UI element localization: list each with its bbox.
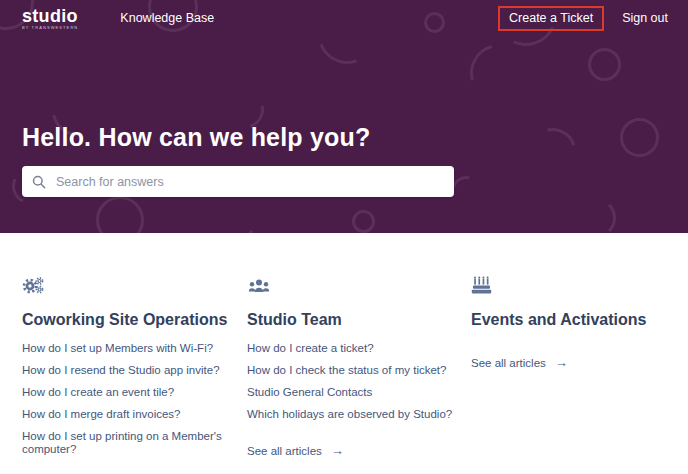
category-columns: Coworking Site Operations How do I set u… <box>0 233 688 474</box>
hero-section: studio BY TRANSWESTERN Knowledge Base Cr… <box>0 0 688 233</box>
hero-title: Hello. How can we help you? <box>22 123 666 152</box>
create-a-ticket-button[interactable]: Create a Ticket <box>498 6 604 31</box>
see-all-label: See all articles <box>471 357 546 369</box>
category-title: Coworking Site Operations <box>22 311 229 329</box>
article-link[interactable]: How do I create an event tile? <box>22 386 229 399</box>
see-all-label: See all articles <box>247 445 322 457</box>
people-icon <box>247 276 453 296</box>
logo-wordmark: studio <box>22 7 78 25</box>
arrow-right-icon: → <box>555 356 568 369</box>
article-link[interactable]: How do I merge draft invoices? <box>22 408 229 421</box>
article-link[interactable]: How do I set up printing on a Member's c… <box>22 430 229 456</box>
category-coworking-site-operations: Coworking Site Operations How do I set u… <box>22 276 247 474</box>
article-link[interactable]: Studio General Contacts <box>247 386 453 399</box>
article-link[interactable]: How do I set up Members with Wi-Fi? <box>22 342 229 355</box>
knowledge-base-label: Knowledge Base <box>120 11 214 25</box>
search-input[interactable] <box>54 174 444 190</box>
article-link[interactable]: How do I resend the Studio app invite? <box>22 364 229 377</box>
top-navigation-bar: studio BY TRANSWESTERN Knowledge Base Cr… <box>0 0 688 31</box>
article-list: How do I set up Members with Wi-Fi?How d… <box>22 342 229 456</box>
article-link[interactable]: How do I check the status of my ticket? <box>247 364 453 377</box>
category-title: Events and Activations <box>471 311 670 329</box>
arrow-right-icon: → <box>331 444 344 457</box>
article-list: How do I create a ticket?How do I check … <box>247 342 453 421</box>
category-events-and-activations: Events and Activations See all articles … <box>471 276 688 474</box>
logo-tagline: BY TRANSWESTERN <box>22 26 78 30</box>
article-link[interactable]: Which holidays are observed by Studio? <box>247 408 453 421</box>
search-box[interactable] <box>22 166 454 197</box>
cake-icon <box>471 276 670 296</box>
article-link[interactable]: How do I create a ticket? <box>247 342 453 355</box>
category-title: Studio Team <box>247 311 453 329</box>
gears-icon <box>22 276 229 296</box>
see-all-articles-link[interactable]: See all articles → <box>247 444 344 457</box>
see-all-articles-link[interactable]: See all articles → <box>471 356 568 369</box>
category-studio-team: Studio Team How do I create a ticket?How… <box>247 276 471 474</box>
studio-logo[interactable]: studio BY TRANSWESTERN <box>22 7 78 30</box>
search-icon <box>32 175 46 189</box>
sign-out-link[interactable]: Sign out <box>622 11 668 25</box>
